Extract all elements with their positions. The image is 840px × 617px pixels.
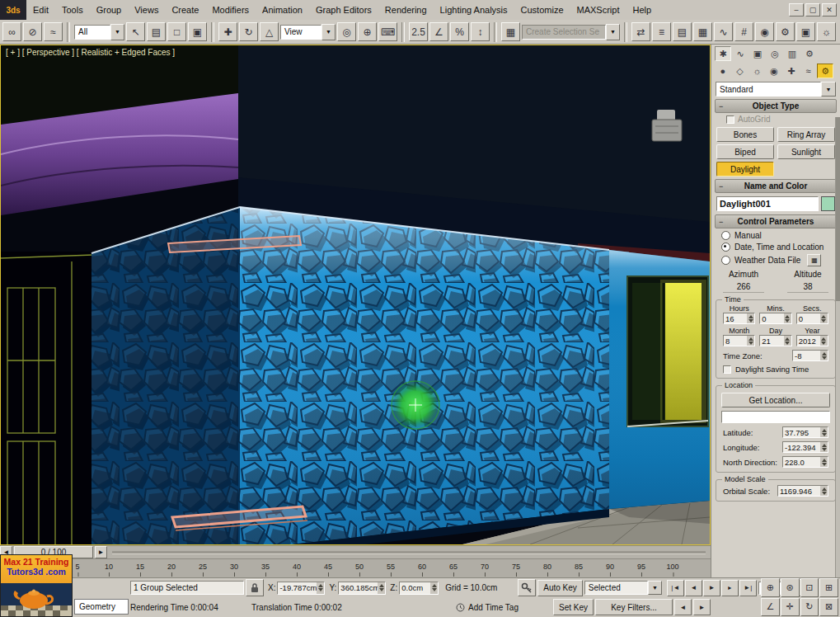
month-spinner[interactable]: 8 — [723, 335, 755, 346]
bind-to-space-warp-icon[interactable]: ≈ — [44, 22, 63, 41]
object-color-swatch[interactable] — [821, 196, 835, 211]
object-type-ring-array-button[interactable]: Ring Array — [777, 127, 835, 142]
rollout-object-type[interactable]: − Object Type — [715, 99, 837, 113]
align-icon[interactable]: ≡ — [652, 22, 671, 41]
rendered-frame-window-icon[interactable]: ▣ — [796, 22, 815, 41]
curve-editor-icon[interactable]: ∿ — [714, 22, 733, 41]
set-key-button[interactable]: Set Key — [553, 599, 594, 615]
menu-create[interactable]: Create — [165, 0, 205, 20]
category-lights[interactable]: ☼ — [748, 64, 765, 78]
load-weather-data-button[interactable]: ▦ — [807, 254, 821, 266]
manual-radio[interactable] — [721, 231, 730, 240]
menu-rendering[interactable]: Rendering — [378, 0, 434, 20]
north-direction-spinner[interactable]: 228.0 — [782, 456, 828, 468]
select-and-rotate-icon[interactable]: ↻ — [239, 22, 258, 41]
chevron-down-icon[interactable]: ▼ — [110, 24, 124, 40]
menu-group[interactable]: Group — [90, 0, 129, 20]
unlink-selection-icon[interactable]: ⊘ — [23, 22, 42, 41]
date-time-location-radio[interactable] — [721, 243, 730, 252]
zoom-icon[interactable]: ⊕ — [761, 578, 780, 597]
weather-data-radio[interactable] — [721, 256, 730, 265]
named-selection-dropdown[interactable]: Create Selection Se ▼ — [522, 25, 620, 40]
z-coordinate-field[interactable]: 0.0cm — [399, 582, 439, 595]
menu-animation[interactable]: Animation — [256, 0, 309, 20]
application-logo[interactable]: 3ds — [0, 0, 26, 20]
autogrid-checkbox[interactable] — [726, 115, 734, 124]
reference-coordinate-dropdown[interactable]: View ▼ — [280, 25, 336, 40]
keyboard-shortcut-override-icon[interactable]: ⌨ — [378, 22, 397, 41]
rollout-name-and-color[interactable]: − Name and Color — [715, 179, 837, 193]
tab-create[interactable]: ✱ — [715, 46, 731, 61]
percent-snap-toggle-icon[interactable]: % — [450, 22, 469, 41]
chevron-down-icon[interactable]: ▼ — [648, 581, 662, 595]
category-space-warps[interactable]: ≈ — [800, 64, 817, 78]
maximize-viewport-icon[interactable]: ⊠ — [819, 598, 838, 617]
key-filters-button[interactable]: Key Filters... — [595, 599, 673, 615]
next-frame-button[interactable]: ▸ — [721, 580, 739, 596]
field-of-view-icon[interactable]: ∠ — [761, 598, 780, 617]
latitude-spinner[interactable]: 37.795 — [782, 426, 828, 438]
select-object-icon[interactable]: ↖ — [126, 22, 145, 41]
category-cameras[interactable]: ◉ — [766, 64, 782, 78]
city-field[interactable] — [721, 411, 830, 423]
edit-named-selection-sets-icon[interactable]: ▦ — [501, 22, 520, 41]
secs-spinner[interactable]: 0 — [796, 313, 828, 324]
layer-manager-icon[interactable]: ▤ — [673, 22, 692, 41]
object-type-bones-button[interactable]: Bones — [716, 127, 774, 142]
category-geometry[interactable]: ● — [715, 64, 731, 78]
tab-modify[interactable]: ∿ — [732, 46, 748, 61]
year-spinner[interactable]: 2012 — [796, 335, 828, 346]
object-type-biped-button[interactable]: Biped — [716, 144, 774, 159]
selection-filter-dropdown[interactable]: All ▼ — [74, 25, 124, 40]
chevron-down-icon[interactable]: ▼ — [606, 24, 620, 40]
menu-lighting-analysis[interactable]: Lighting Analysis — [434, 0, 514, 20]
previous-frame-button[interactable]: ◄ — [685, 580, 702, 596]
zoom-extents-all-icon[interactable]: ⊞ — [819, 578, 838, 597]
zoom-extents-icon[interactable]: ⊡ — [800, 578, 819, 597]
menu-tools[interactable]: Tools — [55, 0, 90, 20]
auto-key-button[interactable]: Auto Key — [537, 580, 583, 596]
go-to-start-button[interactable]: |◄ — [667, 580, 684, 596]
go-to-end-button[interactable]: ►| — [739, 580, 757, 596]
get-location-button[interactable]: Get Location... — [721, 393, 830, 407]
day-spinner[interactable]: 21 — [759, 335, 791, 346]
object-class-dropdown[interactable]: Standard ▼ — [716, 82, 836, 97]
viewport-label[interactable]: [ + ] [ Perspective ] [ Realistic + Edge… — [6, 48, 175, 57]
category-systems[interactable]: ⚙ — [817, 64, 833, 78]
y-coordinate-field[interactable]: 360.185cm — [338, 582, 386, 595]
chevron-down-icon[interactable]: ▼ — [821, 82, 836, 97]
daylight-saving-checkbox[interactable] — [723, 365, 731, 374]
selected-wall-object[interactable] — [92, 207, 609, 544]
next-key-button[interactable]: ► — [693, 599, 711, 615]
orbital-scale-spinner[interactable]: 1169.946 — [777, 485, 828, 497]
object-name-field[interactable]: Daylight001 — [716, 196, 819, 211]
schematic-view-icon[interactable]: # — [734, 22, 753, 41]
select-and-move-icon[interactable]: ✚ — [218, 22, 237, 41]
menu-customize[interactable]: Customize — [514, 0, 570, 20]
rollout-control-parameters[interactable]: − Control Parameters — [715, 214, 837, 228]
selection-lock-icon[interactable] — [246, 579, 264, 596]
menu-help[interactable]: Help — [626, 0, 659, 20]
tab-utilities[interactable]: ⚙ — [801, 46, 818, 61]
render-setup-icon[interactable]: ⚙ — [776, 22, 795, 41]
select-and-scale-icon[interactable]: △ — [260, 22, 279, 41]
graphite-ribbon-icon[interactable]: ▦ — [693, 22, 712, 41]
track-bar[interactable]: 0510152025303540455055606570758085909510… — [0, 558, 711, 577]
panel-scrollbar[interactable] — [835, 117, 840, 577]
mirror-icon[interactable]: ⇄ — [631, 22, 650, 41]
time-slider-track[interactable] — [112, 551, 706, 554]
orbit-icon[interactable]: ↻ — [800, 598, 819, 617]
close-button[interactable]: ✕ — [822, 3, 837, 16]
menu-maxscript[interactable]: MAXScript — [570, 0, 626, 20]
maximize-button[interactable]: ▢ — [805, 3, 820, 16]
object-type-sunlight-button[interactable]: Sunlight — [777, 144, 835, 159]
time-zone-spinner[interactable]: -8 — [792, 350, 828, 361]
play-animation-button[interactable]: ► — [703, 580, 720, 596]
pan-view-icon[interactable]: ✛ — [781, 598, 800, 617]
window-crossing-icon[interactable]: ▣ — [188, 22, 207, 41]
time-slider-right-arrow[interactable]: ► — [95, 546, 107, 558]
set-keys-key-icon[interactable] — [518, 579, 536, 596]
add-time-tag[interactable]: Add Time Tag — [456, 603, 519, 612]
hours-spinner[interactable]: 16 — [723, 313, 755, 324]
mins-spinner[interactable]: 0 — [759, 313, 791, 324]
